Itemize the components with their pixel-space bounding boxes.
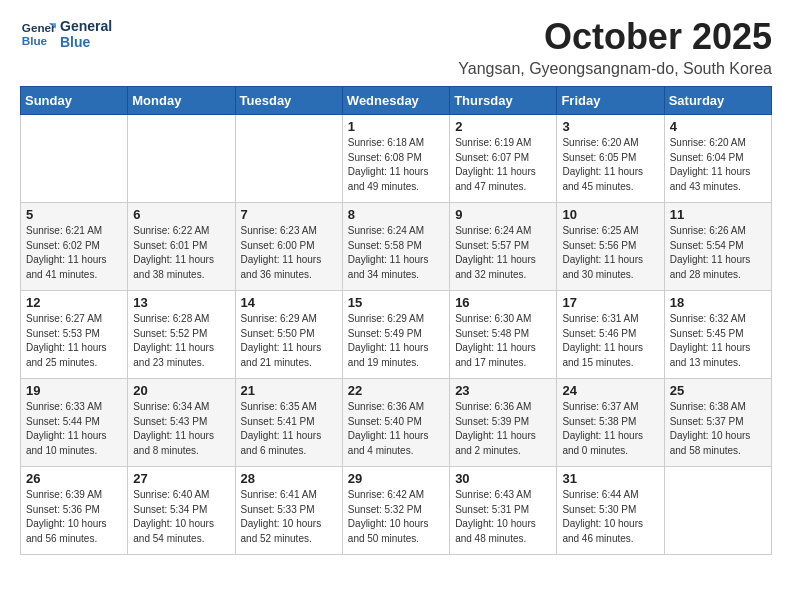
week-row-1: 1Sunrise: 6:18 AMSunset: 6:08 PMDaylight…	[21, 115, 772, 203]
weekday-header-monday: Monday	[128, 87, 235, 115]
day-info: Sunrise: 6:19 AMSunset: 6:07 PMDaylight:…	[455, 136, 551, 194]
weekday-header-friday: Friday	[557, 87, 664, 115]
day-number: 18	[670, 295, 766, 310]
day-number: 11	[670, 207, 766, 222]
weekday-header-row: SundayMondayTuesdayWednesdayThursdayFrid…	[21, 87, 772, 115]
calendar-cell: 13Sunrise: 6:28 AMSunset: 5:52 PMDayligh…	[128, 291, 235, 379]
day-number: 7	[241, 207, 337, 222]
calendar-cell: 8Sunrise: 6:24 AMSunset: 5:58 PMDaylight…	[342, 203, 449, 291]
day-number: 12	[26, 295, 122, 310]
day-number: 2	[455, 119, 551, 134]
day-info: Sunrise: 6:41 AMSunset: 5:33 PMDaylight:…	[241, 488, 337, 546]
day-number: 25	[670, 383, 766, 398]
calendar-cell: 1Sunrise: 6:18 AMSunset: 6:08 PMDaylight…	[342, 115, 449, 203]
day-number: 4	[670, 119, 766, 134]
month-title: October 2025	[458, 16, 772, 58]
week-row-4: 19Sunrise: 6:33 AMSunset: 5:44 PMDayligh…	[21, 379, 772, 467]
weekday-header-saturday: Saturday	[664, 87, 771, 115]
calendar-cell: 29Sunrise: 6:42 AMSunset: 5:32 PMDayligh…	[342, 467, 449, 555]
day-number: 13	[133, 295, 229, 310]
day-info: Sunrise: 6:31 AMSunset: 5:46 PMDaylight:…	[562, 312, 658, 370]
week-row-3: 12Sunrise: 6:27 AMSunset: 5:53 PMDayligh…	[21, 291, 772, 379]
day-number: 10	[562, 207, 658, 222]
calendar-cell: 4Sunrise: 6:20 AMSunset: 6:04 PMDaylight…	[664, 115, 771, 203]
calendar-cell: 25Sunrise: 6:38 AMSunset: 5:37 PMDayligh…	[664, 379, 771, 467]
svg-text:Blue: Blue	[22, 34, 48, 47]
svg-text:General: General	[22, 21, 56, 34]
page-header: General Blue General Blue October 2025 Y…	[20, 16, 772, 78]
day-info: Sunrise: 6:28 AMSunset: 5:52 PMDaylight:…	[133, 312, 229, 370]
calendar-cell: 20Sunrise: 6:34 AMSunset: 5:43 PMDayligh…	[128, 379, 235, 467]
day-number: 15	[348, 295, 444, 310]
day-info: Sunrise: 6:23 AMSunset: 6:00 PMDaylight:…	[241, 224, 337, 282]
calendar-cell: 10Sunrise: 6:25 AMSunset: 5:56 PMDayligh…	[557, 203, 664, 291]
calendar-cell: 22Sunrise: 6:36 AMSunset: 5:40 PMDayligh…	[342, 379, 449, 467]
logo: General Blue General Blue	[20, 16, 112, 52]
calendar-cell: 31Sunrise: 6:44 AMSunset: 5:30 PMDayligh…	[557, 467, 664, 555]
day-number: 14	[241, 295, 337, 310]
day-info: Sunrise: 6:34 AMSunset: 5:43 PMDaylight:…	[133, 400, 229, 458]
day-info: Sunrise: 6:37 AMSunset: 5:38 PMDaylight:…	[562, 400, 658, 458]
day-info: Sunrise: 6:29 AMSunset: 5:50 PMDaylight:…	[241, 312, 337, 370]
day-number: 5	[26, 207, 122, 222]
calendar-cell: 19Sunrise: 6:33 AMSunset: 5:44 PMDayligh…	[21, 379, 128, 467]
calendar-cell	[235, 115, 342, 203]
day-info: Sunrise: 6:26 AMSunset: 5:54 PMDaylight:…	[670, 224, 766, 282]
day-number: 1	[348, 119, 444, 134]
day-info: Sunrise: 6:40 AMSunset: 5:34 PMDaylight:…	[133, 488, 229, 546]
day-info: Sunrise: 6:36 AMSunset: 5:40 PMDaylight:…	[348, 400, 444, 458]
logo-icon: General Blue	[20, 16, 56, 52]
calendar-cell: 18Sunrise: 6:32 AMSunset: 5:45 PMDayligh…	[664, 291, 771, 379]
calendar-cell: 3Sunrise: 6:20 AMSunset: 6:05 PMDaylight…	[557, 115, 664, 203]
day-info: Sunrise: 6:39 AMSunset: 5:36 PMDaylight:…	[26, 488, 122, 546]
day-number: 21	[241, 383, 337, 398]
calendar-cell: 14Sunrise: 6:29 AMSunset: 5:50 PMDayligh…	[235, 291, 342, 379]
day-info: Sunrise: 6:24 AMSunset: 5:58 PMDaylight:…	[348, 224, 444, 282]
calendar-cell: 5Sunrise: 6:21 AMSunset: 6:02 PMDaylight…	[21, 203, 128, 291]
day-info: Sunrise: 6:43 AMSunset: 5:31 PMDaylight:…	[455, 488, 551, 546]
day-info: Sunrise: 6:21 AMSunset: 6:02 PMDaylight:…	[26, 224, 122, 282]
day-number: 27	[133, 471, 229, 486]
week-row-2: 5Sunrise: 6:21 AMSunset: 6:02 PMDaylight…	[21, 203, 772, 291]
calendar-cell: 7Sunrise: 6:23 AMSunset: 6:00 PMDaylight…	[235, 203, 342, 291]
day-number: 3	[562, 119, 658, 134]
weekday-header-tuesday: Tuesday	[235, 87, 342, 115]
calendar-cell: 23Sunrise: 6:36 AMSunset: 5:39 PMDayligh…	[450, 379, 557, 467]
day-number: 26	[26, 471, 122, 486]
calendar-cell: 16Sunrise: 6:30 AMSunset: 5:48 PMDayligh…	[450, 291, 557, 379]
day-info: Sunrise: 6:20 AMSunset: 6:05 PMDaylight:…	[562, 136, 658, 194]
day-info: Sunrise: 6:35 AMSunset: 5:41 PMDaylight:…	[241, 400, 337, 458]
calendar-cell: 26Sunrise: 6:39 AMSunset: 5:36 PMDayligh…	[21, 467, 128, 555]
weekday-header-wednesday: Wednesday	[342, 87, 449, 115]
day-info: Sunrise: 6:33 AMSunset: 5:44 PMDaylight:…	[26, 400, 122, 458]
day-number: 9	[455, 207, 551, 222]
calendar-cell	[128, 115, 235, 203]
calendar-cell: 17Sunrise: 6:31 AMSunset: 5:46 PMDayligh…	[557, 291, 664, 379]
calendar-cell: 27Sunrise: 6:40 AMSunset: 5:34 PMDayligh…	[128, 467, 235, 555]
day-info: Sunrise: 6:30 AMSunset: 5:48 PMDaylight:…	[455, 312, 551, 370]
day-info: Sunrise: 6:36 AMSunset: 5:39 PMDaylight:…	[455, 400, 551, 458]
calendar-cell: 15Sunrise: 6:29 AMSunset: 5:49 PMDayligh…	[342, 291, 449, 379]
day-number: 6	[133, 207, 229, 222]
day-number: 30	[455, 471, 551, 486]
weekday-header-sunday: Sunday	[21, 87, 128, 115]
day-number: 23	[455, 383, 551, 398]
day-info: Sunrise: 6:25 AMSunset: 5:56 PMDaylight:…	[562, 224, 658, 282]
day-info: Sunrise: 6:44 AMSunset: 5:30 PMDaylight:…	[562, 488, 658, 546]
calendar-cell: 11Sunrise: 6:26 AMSunset: 5:54 PMDayligh…	[664, 203, 771, 291]
day-info: Sunrise: 6:24 AMSunset: 5:57 PMDaylight:…	[455, 224, 551, 282]
day-info: Sunrise: 6:32 AMSunset: 5:45 PMDaylight:…	[670, 312, 766, 370]
calendar-cell	[21, 115, 128, 203]
day-number: 8	[348, 207, 444, 222]
day-number: 28	[241, 471, 337, 486]
logo-blue: Blue	[60, 34, 112, 50]
day-number: 19	[26, 383, 122, 398]
day-info: Sunrise: 6:22 AMSunset: 6:01 PMDaylight:…	[133, 224, 229, 282]
weekday-header-thursday: Thursday	[450, 87, 557, 115]
day-number: 16	[455, 295, 551, 310]
calendar-cell: 28Sunrise: 6:41 AMSunset: 5:33 PMDayligh…	[235, 467, 342, 555]
logo-general: General	[60, 18, 112, 34]
location-subtitle: Yangsan, Gyeongsangnam-do, South Korea	[458, 60, 772, 78]
calendar-cell: 21Sunrise: 6:35 AMSunset: 5:41 PMDayligh…	[235, 379, 342, 467]
day-info: Sunrise: 6:29 AMSunset: 5:49 PMDaylight:…	[348, 312, 444, 370]
